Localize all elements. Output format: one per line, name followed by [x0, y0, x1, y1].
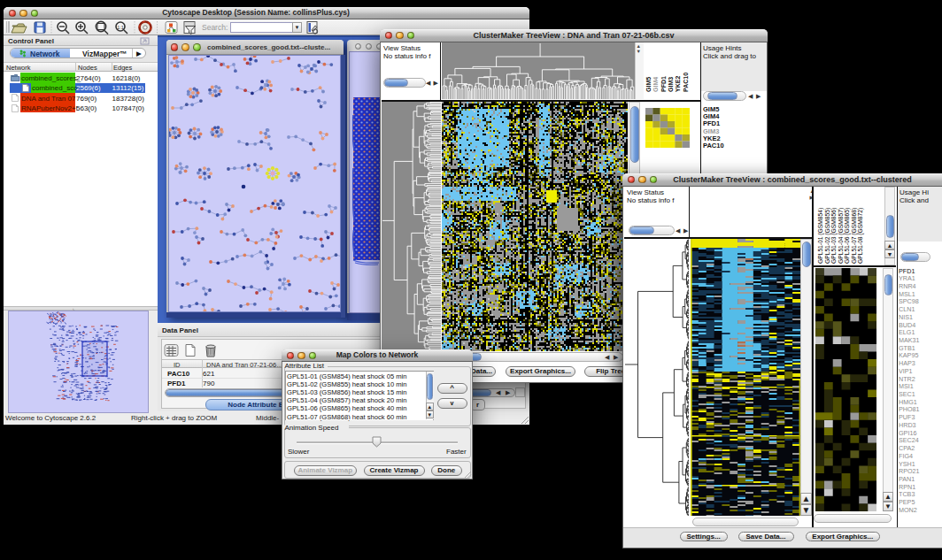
svg-text:1:1: 1:1: [117, 25, 124, 30]
